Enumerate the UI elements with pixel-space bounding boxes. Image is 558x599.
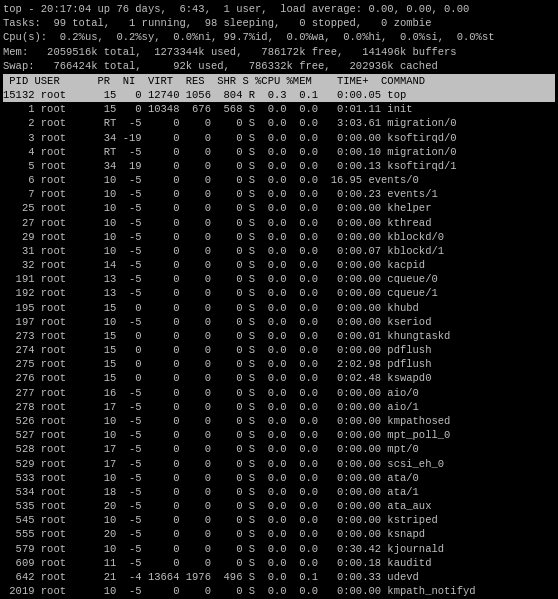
process-row: 275 root 15 0 0 0 0 S 0.0 0.0 2:02.98 pd… — [3, 357, 555, 371]
process-row: 528 root 17 -5 0 0 0 S 0.0 0.0 0:00.00 m… — [3, 442, 555, 456]
process-row: 642 root 21 -4 13664 1976 496 S 0.0 0.1 … — [3, 570, 555, 584]
process-row: 5 root 34 19 0 0 0 S 0.0 0.0 0:00.13 kso… — [3, 159, 555, 173]
process-row: 535 root 20 -5 0 0 0 S 0.0 0.0 0:00.00 a… — [3, 499, 555, 513]
process-row: 29 root 10 -5 0 0 0 S 0.0 0.0 0:00.00 kb… — [3, 230, 555, 244]
process-row: 609 root 11 -5 0 0 0 S 0.0 0.0 0:00.18 k… — [3, 556, 555, 570]
process-row: 25 root 10 -5 0 0 0 S 0.0 0.0 0:00.00 kh… — [3, 201, 555, 215]
process-row: 2019 root 10 -5 0 0 0 S 0.0 0.0 0:00.00 … — [3, 584, 555, 598]
process-row: 1 root 15 0 10348 676 568 S 0.0 0.0 0:01… — [3, 102, 555, 116]
process-row: 6 root 10 -5 0 0 0 S 0.0 0.0 16.95 event… — [3, 173, 555, 187]
column-header: PID USER PR NI VIRT RES SHR S %CPU %MEM … — [3, 74, 555, 88]
process-row: 15132 root 15 0 12740 1056 804 R 0.3 0.1… — [3, 88, 555, 102]
process-row: 533 root 10 -5 0 0 0 S 0.0 0.0 0:00.00 a… — [3, 471, 555, 485]
process-row: 545 root 10 -5 0 0 0 S 0.0 0.0 0:00.00 k… — [3, 513, 555, 527]
header-line: Tasks: 99 total, 1 running, 98 sleeping,… — [3, 16, 555, 30]
process-row: 534 root 18 -5 0 0 0 S 0.0 0.0 0:00.00 a… — [3, 485, 555, 499]
process-row: 197 root 10 -5 0 0 0 S 0.0 0.0 0:00.00 k… — [3, 315, 555, 329]
process-row: 192 root 13 -5 0 0 0 S 0.0 0.0 0:00.00 c… — [3, 286, 555, 300]
process-row: 555 root 20 -5 0 0 0 S 0.0 0.0 0:00.00 k… — [3, 527, 555, 541]
process-row: 2 root RT -5 0 0 0 S 0.0 0.0 3:03.61 mig… — [3, 116, 555, 130]
terminal-window: top - 20:17:04 up 76 days, 6:43, 1 user,… — [0, 0, 558, 599]
table-section: PID USER PR NI VIRT RES SHR S %CPU %MEM … — [3, 74, 555, 599]
process-row: 579 root 10 -5 0 0 0 S 0.0 0.0 0:30.42 k… — [3, 542, 555, 556]
process-row: 195 root 15 0 0 0 0 S 0.0 0.0 0:00.00 kh… — [3, 301, 555, 315]
process-row: 529 root 17 -5 0 0 0 S 0.0 0.0 0:00.00 s… — [3, 457, 555, 471]
process-row: 526 root 10 -5 0 0 0 S 0.0 0.0 0:00.00 k… — [3, 414, 555, 428]
process-row: 27 root 10 -5 0 0 0 S 0.0 0.0 0:00.00 kt… — [3, 216, 555, 230]
process-row: 273 root 15 0 0 0 0 S 0.0 0.0 0:00.01 kh… — [3, 329, 555, 343]
header-line: top - 20:17:04 up 76 days, 6:43, 1 user,… — [3, 2, 555, 16]
header-line: Mem: 2059516k total, 1273344k used, 7861… — [3, 45, 555, 59]
header-line: Cpu(s): 0.2%us, 0.2%sy, 0.0%ni, 99.7%id,… — [3, 30, 555, 44]
process-row: 277 root 16 -5 0 0 0 S 0.0 0.0 0:00.00 a… — [3, 386, 555, 400]
process-row: 32 root 14 -5 0 0 0 S 0.0 0.0 0:00.00 ka… — [3, 258, 555, 272]
process-row: 274 root 15 0 0 0 0 S 0.0 0.0 0:00.00 pd… — [3, 343, 555, 357]
process-row: 191 root 13 -5 0 0 0 S 0.0 0.0 0:00.00 c… — [3, 272, 555, 286]
process-row: 276 root 15 0 0 0 0 S 0.0 0.0 0:02.48 ks… — [3, 371, 555, 385]
process-row: 3 root 34 -19 0 0 0 S 0.0 0.0 0:00.00 ks… — [3, 131, 555, 145]
process-row: 31 root 10 -5 0 0 0 S 0.0 0.0 0:00.07 kb… — [3, 244, 555, 258]
process-row: 278 root 17 -5 0 0 0 S 0.0 0.0 0:00.00 a… — [3, 400, 555, 414]
process-row: 527 root 10 -5 0 0 0 S 0.0 0.0 0:00.00 m… — [3, 428, 555, 442]
process-row: 7 root 10 -5 0 0 0 S 0.0 0.0 0:00.23 eve… — [3, 187, 555, 201]
process-row: 4 root RT -5 0 0 0 S 0.0 0.0 0:00.10 mig… — [3, 145, 555, 159]
header-line: Swap: 766424k total, 92k used, 786332k f… — [3, 59, 555, 73]
header-section: top - 20:17:04 up 76 days, 6:43, 1 user,… — [3, 2, 555, 73]
